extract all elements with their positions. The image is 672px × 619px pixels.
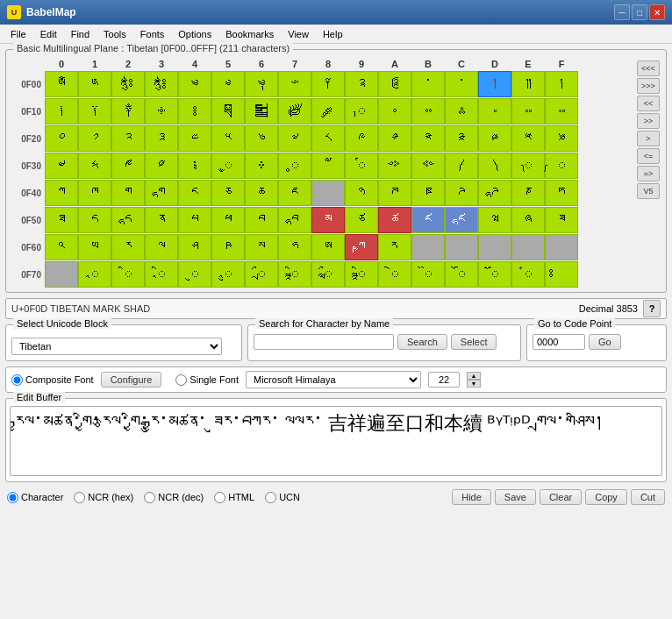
cell-0F08[interactable]: ༈ xyxy=(311,71,345,97)
nav-forward-button[interactable]: => xyxy=(637,166,660,181)
cell-0F0C[interactable]: ༌ xyxy=(445,71,478,97)
cell-0F61[interactable]: ཡ xyxy=(78,234,111,260)
cell-0F48[interactable] xyxy=(311,180,345,206)
cell-0F7A[interactable]: ེ xyxy=(378,261,411,288)
cell-0F10[interactable]: ༐ xyxy=(45,98,78,125)
cell-0F77[interactable]: ཷ xyxy=(278,261,311,288)
cell-0F1C[interactable]: ༜ xyxy=(445,98,478,125)
cut-button[interactable]: Cut xyxy=(631,489,665,505)
cell-0F5B[interactable]: ཛ xyxy=(411,207,445,233)
cell-0F2E[interactable]: ༮ xyxy=(511,125,545,152)
cell-0F6B[interactable] xyxy=(411,234,445,260)
cell-0F4B[interactable]: ཋ xyxy=(411,180,445,206)
cell-0F4D[interactable]: ཌྷ xyxy=(478,180,511,206)
save-button[interactable]: Save xyxy=(495,489,536,505)
nav-first-button[interactable]: <<< xyxy=(637,60,660,76)
cell-0F35[interactable]: ༵ xyxy=(211,153,245,179)
nav-next-button[interactable]: > xyxy=(637,131,660,146)
cell-0F62[interactable]: ར xyxy=(111,234,145,260)
cell-0F0A[interactable]: ༊ xyxy=(378,71,411,97)
cell-0F02[interactable]: ༂ xyxy=(111,71,145,97)
cell-0F1D[interactable]: ༝ xyxy=(478,98,511,125)
cell-0F04[interactable]: ༄ xyxy=(178,71,211,97)
maximize-button[interactable]: □ xyxy=(632,4,647,20)
menu-edit[interactable]: Edit xyxy=(33,27,64,41)
close-button[interactable]: ✕ xyxy=(649,4,665,20)
cell-0F60[interactable]: འ xyxy=(45,234,78,260)
format-html-radio[interactable] xyxy=(214,492,225,503)
cell-0F45[interactable]: ཅ xyxy=(211,180,245,206)
cell-0F6E[interactable] xyxy=(511,234,545,260)
cell-0F09[interactable]: ༉ xyxy=(345,71,378,97)
cell-0F58[interactable]: མ xyxy=(311,207,345,233)
cell-0F05[interactable]: ༅ xyxy=(211,71,245,97)
cell-0F50[interactable]: ཐ xyxy=(45,207,78,233)
single-font-radio[interactable] xyxy=(175,374,187,386)
cell-0F7E[interactable]: ཾ xyxy=(511,261,545,288)
cell-0F65[interactable]: ཥ xyxy=(211,234,245,260)
cell-0F76[interactable]: ྲྀ xyxy=(245,261,278,288)
select-button[interactable]: Select xyxy=(451,334,497,350)
cell-0F63[interactable]: ལ xyxy=(145,234,178,260)
cell-0F7F[interactable]: ཿ xyxy=(545,261,578,288)
size-up-button[interactable]: ▲ xyxy=(467,372,481,380)
cell-0F19[interactable]: ༙ xyxy=(345,98,378,125)
cell-0F5C[interactable]: ཛྷ xyxy=(445,207,478,233)
cell-0F73[interactable]: ཱི xyxy=(145,261,178,288)
cell-0F56[interactable]: བ xyxy=(245,207,278,233)
cell-0F72[interactable]: ི xyxy=(111,261,145,288)
cell-0F3E[interactable]: ༾ xyxy=(511,153,545,179)
size-down-button[interactable]: ▼ xyxy=(467,380,481,388)
cell-0F34[interactable]: ༴ xyxy=(178,153,211,179)
cell-0F52[interactable]: དྷ xyxy=(111,207,145,233)
cell-0F3F[interactable]: ༿ xyxy=(545,153,578,179)
edit-area[interactable]: རྒྱལ་མཚན་གྱི་རྩལ་གྱི་རྒྱུ་མཚན་ ཟུར་བཀར་ … xyxy=(10,406,662,476)
cell-0F26[interactable]: ༦ xyxy=(245,125,278,152)
cell-0F3D[interactable]: ༽ xyxy=(478,153,511,179)
copy-button[interactable]: Copy xyxy=(585,489,627,505)
cell-0F22[interactable]: ༢ xyxy=(111,125,145,152)
cell-0F17[interactable]: ༗ xyxy=(278,98,311,125)
nav-next-page-button[interactable]: >> xyxy=(637,113,660,129)
cell-0F11[interactable]: ༑ xyxy=(78,98,111,125)
cell-0F29[interactable]: ༩ xyxy=(345,125,378,152)
cell-0F31[interactable]: ༱ xyxy=(78,153,111,179)
menu-file[interactable]: File xyxy=(4,27,33,41)
cell-0F14[interactable]: ༔ xyxy=(178,98,211,125)
cell-0F21[interactable]: ༡ xyxy=(78,125,111,152)
cell-0F4E[interactable]: ཎ xyxy=(511,180,545,206)
cell-0F2B[interactable]: ༫ xyxy=(411,125,445,152)
cell-0F0F[interactable]: ༏ xyxy=(545,71,578,97)
cell-0F7D[interactable]: ཽ xyxy=(478,261,511,288)
cell-0F42[interactable]: ག xyxy=(111,180,145,206)
cell-0F28[interactable]: ༨ xyxy=(311,125,345,152)
cell-0F6F[interactable] xyxy=(545,234,578,260)
cell-0F57[interactable]: བྷ xyxy=(278,207,311,233)
nav-prev-button[interactable]: <= xyxy=(637,148,660,164)
hide-button[interactable]: Hide xyxy=(452,489,491,505)
cell-0F4F[interactable]: ཏ xyxy=(545,180,578,206)
nav-v5-button[interactable]: V5 xyxy=(637,183,660,199)
cell-0F01[interactable]: ༁ xyxy=(78,71,111,97)
font-selector[interactable]: Microsoft Himalaya xyxy=(246,371,421,388)
cell-0F49[interactable]: ཉ xyxy=(345,180,378,206)
cell-0F13[interactable]: ༓ xyxy=(145,98,178,125)
cell-0F54[interactable]: པ xyxy=(178,207,211,233)
cell-0F75[interactable]: ཱུ xyxy=(211,261,245,288)
clear-button[interactable]: Clear xyxy=(540,489,582,505)
cell-0F6A[interactable]: ཪ xyxy=(378,234,411,260)
goto-button[interactable]: Go xyxy=(589,334,621,350)
cell-0F00[interactable]: ༀ xyxy=(45,71,78,97)
cell-0F59[interactable]: ཙ xyxy=(345,207,378,233)
menu-help[interactable]: Help xyxy=(316,27,350,41)
cell-0F2D[interactable]: ༭ xyxy=(478,125,511,152)
cell-0F3A[interactable]: ༺ xyxy=(378,153,411,179)
nav-prev-page-button[interactable]: << xyxy=(637,96,660,111)
cell-0F44[interactable]: ང xyxy=(178,180,211,206)
cell-0F40[interactable]: ཀ xyxy=(45,180,78,206)
cell-0F41[interactable]: ཁ xyxy=(78,180,111,206)
cell-0F36[interactable]: ༶ xyxy=(245,153,278,179)
menu-options[interactable]: Options xyxy=(171,27,218,41)
search-input[interactable] xyxy=(254,334,394,350)
format-ncrhex-radio[interactable] xyxy=(74,492,85,503)
